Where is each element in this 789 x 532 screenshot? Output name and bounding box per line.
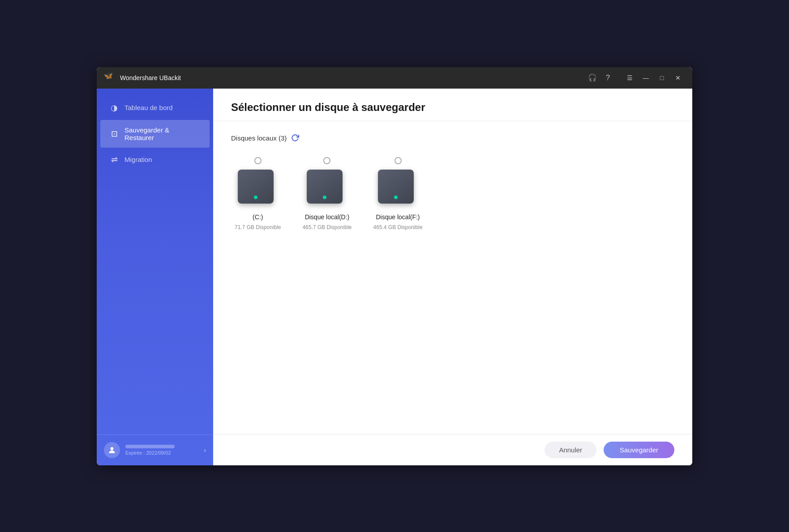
sidebar: ◑ Tableau de bord ⊡ Sauvegarder &Restaur…	[97, 89, 213, 465]
save-button[interactable]: Sauvegarder	[604, 442, 674, 458]
disk-c-visual	[238, 170, 278, 210]
app-body: ◑ Tableau de bord ⊡ Sauvegarder &Restaur…	[97, 89, 692, 465]
backup-icon: ⊡	[109, 129, 119, 139]
sidebar-nav: ◑ Tableau de bord ⊡ Sauvegarder &Restaur…	[97, 89, 213, 434]
disk-f-space: 465.4 GB Disponible	[373, 224, 422, 230]
disk-item-d[interactable]: Disque local(D:) 465.7 GB Disponible	[299, 153, 355, 234]
sidebar-item-label-backup: Sauvegarder &Restaurer	[124, 126, 169, 141]
titlebar-controls: 🎧 ? ☰ — □ ✕	[588, 71, 685, 85]
disk-d-body	[307, 170, 343, 204]
disk-c-radio[interactable]	[254, 157, 262, 164]
user-chevron-icon[interactable]: ›	[204, 447, 206, 454]
sidebar-item-sauvegarder[interactable]: ⊡ Sauvegarder &Restaurer	[100, 120, 210, 148]
main-header: Sélectionner un disque à sauvegarder	[213, 89, 692, 121]
help-icon[interactable]: ?	[606, 74, 610, 82]
disk-d-visual	[307, 170, 347, 210]
sidebar-item-label-migration: Migration	[124, 156, 152, 163]
main-content: Sélectionner un disque à sauvegarder Dis…	[213, 89, 692, 465]
user-avatar	[104, 442, 120, 458]
user-info: Expirée : 2022/09/02	[125, 445, 198, 455]
cancel-button[interactable]: Annuler	[545, 442, 596, 458]
disk-f-radio[interactable]	[394, 157, 402, 164]
disk-d-name: Disque local(D:)	[305, 213, 350, 221]
close-button[interactable]: ✕	[671, 71, 685, 85]
window-buttons: ☰ — □ ✕	[622, 71, 685, 85]
sidebar-item-migration[interactable]: ⇌ Migration	[100, 149, 210, 171]
titlebar: 🦋 Wondershare UBackit 🎧 ? ☰ — □ ✕	[97, 67, 692, 89]
user-expiry: Expirée : 2022/09/02	[125, 450, 198, 455]
main-footer: Annuler Sauvegarder	[213, 434, 692, 465]
dashboard-icon: ◑	[109, 103, 119, 113]
headset-icon[interactable]: 🎧	[588, 73, 597, 82]
disk-c-radio-row	[254, 157, 262, 164]
disk-d-radio-row	[323, 157, 330, 164]
svg-point-0	[111, 447, 114, 450]
disk-f-visual	[378, 170, 418, 210]
disk-d-space: 465.7 GB Disponible	[302, 224, 352, 230]
app-title: Wondershare UBackit	[120, 74, 181, 81]
sidebar-user[interactable]: Expirée : 2022/09/02 ›	[104, 442, 206, 458]
disk-d-radio[interactable]	[323, 157, 330, 164]
disk-c-space: 71.7 GB Disponible	[235, 224, 281, 230]
refresh-icon[interactable]	[291, 134, 300, 143]
menu-button[interactable]: ☰	[622, 71, 637, 85]
disk-f-status-dot	[394, 196, 398, 199]
sidebar-item-label-dashboard: Tableau de bord	[124, 104, 173, 111]
disk-d-status-dot	[323, 196, 326, 199]
sidebar-bottom: Expirée : 2022/09/02 ›	[97, 434, 213, 465]
main-body: Disques locaux (3)	[213, 121, 692, 434]
disk-item-c[interactable]: (C:) 71.7 GB Disponible	[231, 153, 284, 234]
disk-grid: (C:) 71.7 GB Disponible Disq	[231, 153, 674, 234]
disk-c-name: (C:)	[253, 213, 263, 221]
section-label-text: Disques locaux (3)	[231, 134, 287, 142]
section-label: Disques locaux (3)	[231, 134, 674, 143]
maximize-button[interactable]: □	[655, 71, 669, 85]
user-name-bar	[125, 445, 175, 448]
disk-item-f[interactable]: Disque local(F:) 465.4 GB Disponible	[369, 153, 426, 234]
disk-c-status-dot	[254, 196, 257, 199]
migration-icon: ⇌	[109, 155, 119, 165]
page-title: Sélectionner un disque à sauvegarder	[231, 101, 674, 114]
titlebar-logo: 🦋 Wondershare UBackit	[104, 72, 588, 84]
disk-c-body	[238, 170, 274, 204]
disk-f-body	[378, 170, 414, 204]
sidebar-item-tableau-de-bord[interactable]: ◑ Tableau de bord	[100, 97, 210, 119]
app-window: 🦋 Wondershare UBackit 🎧 ? ☰ — □ ✕ ◑ Tabl…	[97, 67, 692, 465]
minimize-button[interactable]: —	[639, 71, 653, 85]
disk-f-radio-row	[394, 157, 402, 164]
app-logo-icon: 🦋	[104, 72, 116, 84]
disk-f-name: Disque local(F:)	[376, 213, 420, 221]
